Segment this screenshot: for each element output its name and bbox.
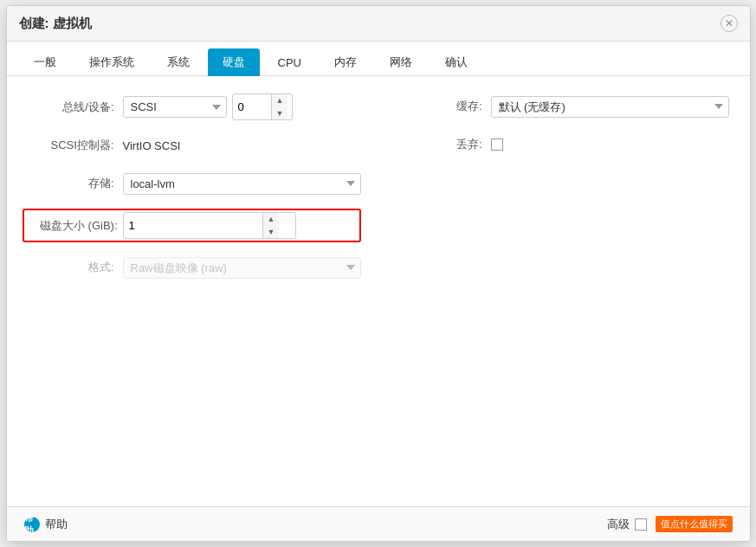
bus-device-control: SCSI ▲ ▼ xyxy=(123,93,361,120)
advanced-checkbox[interactable] xyxy=(635,518,647,531)
device-input[interactable] xyxy=(233,97,271,117)
storage-select[interactable]: local-lvm xyxy=(123,173,361,195)
storage-label: 存储: xyxy=(28,176,123,191)
advanced-label: 高级 xyxy=(607,517,630,532)
discard-checkbox[interactable] xyxy=(491,138,503,151)
tab-network[interactable]: 网络 xyxy=(375,48,427,76)
footer-right: 高级 值点什么值得买 xyxy=(607,516,733,532)
disk-size-spinner: ▲ ▼ xyxy=(123,212,296,239)
bus-device-label: 总线/设备: xyxy=(28,100,123,115)
cache-label: 缓存: xyxy=(396,99,491,114)
disk-size-spinner-btns: ▲ ▼ xyxy=(262,213,280,238)
discard-control xyxy=(491,138,729,151)
create-vm-dialog: 创建: 虚拟机 ✕ 一般 操作系统 系统 硬盘 CPU 内存 网络 确认 总线/… xyxy=(6,5,751,542)
tab-confirm[interactable]: 确认 xyxy=(430,48,482,76)
scsi-value: VirtIO SCSI xyxy=(123,139,181,152)
dialog-title: 创建: 虚拟机 xyxy=(19,16,92,32)
tab-disk[interactable]: 硬盘 xyxy=(208,48,260,76)
device-up-btn[interactable]: ▲ xyxy=(272,94,288,107)
disk-size-up-btn[interactable]: ▲ xyxy=(263,213,280,226)
tab-bar: 一般 操作系统 系统 硬盘 CPU 内存 网络 确认 xyxy=(7,42,750,76)
format-control: Raw磁盘映像 (raw) xyxy=(123,257,361,279)
advanced-check: 高级 xyxy=(607,517,647,532)
disk-size-row: 磁盘大小 (GiB): ▲ ▼ xyxy=(23,209,361,242)
device-down-btn[interactable]: ▼ xyxy=(272,107,288,120)
storage-control: local-lvm xyxy=(123,173,361,195)
tab-system[interactable]: 系统 xyxy=(152,48,204,76)
disk-size-down-btn[interactable]: ▼ xyxy=(263,226,280,239)
scsi-control: VirtIO SCSI xyxy=(123,139,361,152)
help-button[interactable]: 帮助 帮助 xyxy=(24,517,68,532)
format-select: Raw磁盘映像 (raw) xyxy=(123,257,361,279)
bus-device-row: 总线/设备: SCSI ▲ ▼ xyxy=(28,93,361,120)
tab-general[interactable]: 一般 xyxy=(19,48,71,76)
device-spinner: ▲ ▼ xyxy=(232,93,293,120)
discard-label: 丢弃: xyxy=(396,137,491,152)
help-label: 帮助 xyxy=(45,517,68,532)
close-button[interactable]: ✕ xyxy=(720,15,738,32)
tab-memory[interactable]: 内存 xyxy=(320,48,372,76)
format-row: 格式: Raw磁盘映像 (raw) xyxy=(28,254,361,280)
footer: 帮助 帮助 高级 值点什么值得买 xyxy=(7,506,750,541)
content-area: 总线/设备: SCSI ▲ ▼ xyxy=(7,76,750,506)
format-label: 格式: xyxy=(28,260,123,275)
storage-row: 存储: local-lvm xyxy=(28,171,361,196)
disk-size-label: 磁盘大小 (GiB): xyxy=(28,218,123,234)
disk-size-input[interactable] xyxy=(124,216,262,235)
discard-row: 丢弃: xyxy=(396,132,729,158)
right-column: 缓存: 默认 (无缓存) 丢弃: xyxy=(396,93,729,293)
tab-os[interactable]: 操作系统 xyxy=(74,48,149,76)
scsi-label: SCSI控制器: xyxy=(28,138,123,153)
help-icon: 帮助 xyxy=(24,517,40,532)
left-column: 总线/设备: SCSI ▲ ▼ xyxy=(28,93,361,293)
bus-select[interactable]: SCSI xyxy=(123,96,227,118)
device-spinner-btns: ▲ ▼ xyxy=(271,94,288,119)
cache-select[interactable]: 默认 (无缓存) xyxy=(491,96,729,118)
form-grid: 总线/设备: SCSI ▲ ▼ xyxy=(28,93,729,293)
cache-row: 缓存: 默认 (无缓存) xyxy=(396,93,729,119)
tab-cpu[interactable]: CPU xyxy=(263,50,316,75)
title-bar: 创建: 虚拟机 ✕ xyxy=(7,6,750,42)
scsi-row: SCSI控制器: VirtIO SCSI xyxy=(28,132,361,158)
watermark: 值点什么值得买 xyxy=(656,516,733,532)
disk-size-control: ▲ ▼ xyxy=(123,212,356,239)
cache-control: 默认 (无缓存) xyxy=(491,96,729,118)
